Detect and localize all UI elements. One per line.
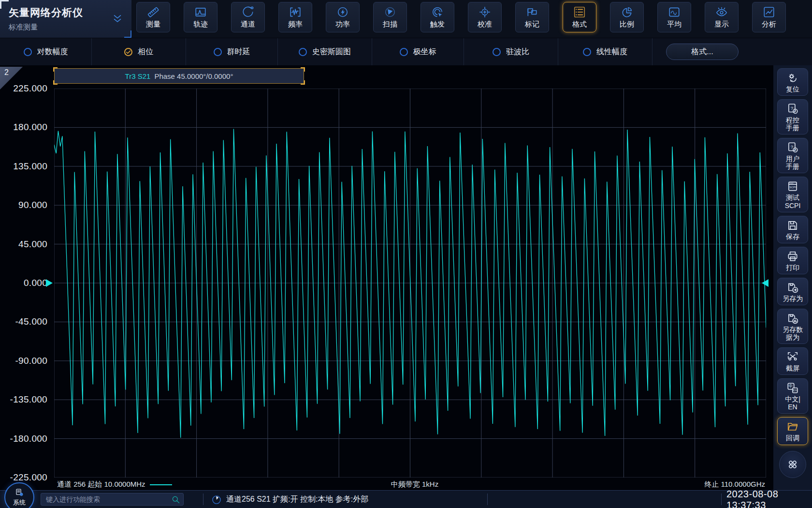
search-icon[interactable]	[171, 495, 180, 504]
toolbar-button-label: 轨迹	[193, 20, 208, 29]
prog-manual-icon: ?P	[786, 103, 799, 115]
clock: 2023-08-08 13:37:33	[726, 491, 812, 508]
toolbar-button-channel[interactable]: 通道	[231, 2, 265, 32]
toolbar-button-display[interactable]: 显示	[705, 2, 739, 32]
format-option-polar[interactable]: 极坐标	[372, 38, 464, 65]
toolbar-button-average[interactable]: 平均	[657, 2, 691, 32]
taskbar-divider	[721, 493, 722, 505]
sidebar-button-recall[interactable]: 回调	[777, 417, 808, 445]
sidebar-button-print[interactable]: 打印	[777, 247, 808, 274]
sidebar-button-label: 截屏	[786, 364, 799, 372]
format-option-swr[interactable]: 驻波比	[464, 38, 558, 65]
channel-icon	[242, 6, 254, 18]
corner-tick	[53, 67, 58, 72]
format-more-button[interactable]: 格式...	[666, 44, 739, 60]
radio-button-icon	[493, 48, 501, 56]
format-list-icon	[573, 6, 586, 18]
taskbar: 系统 通道256 S21 扩频:开 控制:本地 参考:外部 2023-08-08…	[0, 490, 812, 508]
system-button-label: 系统	[13, 498, 26, 507]
sidebar-button-test-scpi[interactable]: SCPI测试 SCPI	[777, 177, 808, 212]
format-option-smith-chart[interactable]: 史密斯圆图	[278, 38, 372, 65]
y-axis-tick: 135.000	[13, 161, 47, 172]
y-axis-tick: 45.000	[18, 239, 47, 250]
format-option-label: 线性幅度	[596, 47, 627, 57]
sidebar-button-label: 打印	[786, 264, 799, 271]
toolbar-button-sweep[interactable]: 扫描	[373, 2, 407, 32]
sidebar-button-save-as[interactable]: 另存为	[777, 278, 808, 305]
svg-text:?: ?	[791, 144, 794, 149]
trace-icon	[194, 6, 207, 18]
format-option-label: 驻波比	[506, 47, 529, 57]
y-axis-tick: 90.000	[18, 200, 47, 210]
chevron-double-down-icon[interactable]	[111, 13, 124, 25]
format-option-row: 对数幅度相位群时延史密斯圆图极坐标驻波比线性幅度格式...	[0, 38, 812, 65]
toolbar-button-trigger[interactable]: 触发	[420, 2, 454, 32]
sidebar-button-user-manual[interactable]: ?H用户 手册	[777, 138, 808, 173]
sidebar-buttons: 复位?P程控 手册?H用户 手册SCPI测试 SCPI保存打印另存为另存数 据为…	[777, 68, 808, 445]
toolbar-button-trace[interactable]: 轨迹	[184, 2, 218, 32]
radio-button-icon	[124, 48, 132, 56]
toolbar-button-frequency[interactable]: 频率	[278, 2, 312, 32]
trace-header[interactable]: Tr3 S21 Phase 45.0000°/0.0000°	[54, 68, 304, 84]
y-axis-tick: 180.000	[13, 122, 47, 133]
app-title: 矢量网络分析仪	[9, 6, 124, 19]
toolbar-button-measure[interactable]: 测量	[136, 2, 170, 32]
toolbar-button-label: 通道	[241, 20, 255, 29]
right-sidebar: 复位?P程控 手册?H用户 手册SCPI测试 SCPI保存打印另存为另存数 据为…	[773, 65, 812, 490]
channel-status: 通道256 S21 扩频:开 控制:本地 参考:外部	[211, 491, 368, 508]
sidebar-button-label: 复位	[786, 85, 799, 93]
sidebar-button-save-data-as[interactable]: 另存数 据为	[777, 309, 808, 344]
trace-format-value: Phase 45.0000°/0.0000°	[154, 72, 233, 80]
trace-name: Tr3 S21	[125, 72, 151, 80]
toolbar-button-power[interactable]: 功率	[326, 2, 360, 32]
format-option-group-delay[interactable]: 群时延	[186, 38, 278, 65]
y-axis-tick: 225.000	[13, 83, 47, 94]
sidebar-button-label: 保存	[786, 233, 799, 240]
toolbar-button-label: 测量	[146, 20, 160, 29]
sidebar-button-label: 回调	[786, 434, 799, 442]
reset-icon	[786, 72, 799, 84]
sidebar-button-label: 另存为	[783, 295, 803, 302]
toolbar-button-calibration[interactable]: 校准	[468, 2, 502, 32]
toolbar-button-marker[interactable]: 标记	[515, 2, 549, 32]
ref-level-marker-right[interactable]	[762, 279, 768, 287]
format-option-label: 史密斯圆图	[312, 47, 351, 57]
toolbar-button-format[interactable]: 格式	[563, 2, 596, 32]
marker-flags-icon	[526, 6, 538, 18]
format-more-cell: 格式...	[652, 38, 812, 65]
sidebar-button-prog-manual[interactable]: ?P程控 手册	[777, 99, 808, 134]
y-axis-tick: 0.000	[24, 278, 47, 288]
user-manual-icon: ?H	[786, 141, 799, 154]
taskbar-divider	[203, 493, 203, 505]
sidebar-button-language[interactable]: 中En中文| EN	[777, 378, 808, 414]
toolbar-button-label: 扫描	[383, 20, 397, 29]
toolbar-button-scale[interactable]: 比例	[610, 2, 644, 32]
toolbar-button-analysis[interactable]: 分析	[752, 2, 786, 32]
function-search	[41, 493, 184, 506]
ref-level-marker-left[interactable]	[46, 279, 53, 287]
corner-tick	[53, 80, 58, 85]
toolbar-button-label: 分析	[762, 20, 776, 29]
format-option-log-magnitude[interactable]: 对数幅度	[0, 38, 92, 65]
trace-color-legend	[150, 484, 172, 485]
frequency-icon	[289, 6, 302, 18]
toolbar-button-label: 校准	[478, 20, 492, 29]
app-title-block[interactable]: 矢量网络分析仪 标准测量	[0, 0, 131, 38]
sidebar-button-label: 中文| EN	[785, 395, 800, 411]
sidebar-button-save[interactable]: 保存	[777, 216, 808, 243]
search-input[interactable]	[41, 493, 183, 505]
save-data-icon	[786, 312, 799, 325]
save-floppy-icon	[786, 219, 799, 232]
plot-grid	[54, 89, 766, 478]
format-option-linear-magnitude[interactable]: 线性幅度	[558, 38, 652, 65]
y-axis-labels: 225.000180.000135.00090.00045.0000.000-4…	[0, 89, 49, 478]
nav-flower-button[interactable]	[779, 451, 806, 478]
sidebar-button-reset[interactable]: 复位	[777, 68, 808, 96]
sidebar-button-screenshot[interactable]: 截屏	[777, 347, 808, 375]
toolbar-button-label: 格式	[572, 20, 587, 29]
top-toolbar: 矢量网络分析仪 标准测量 测量轨迹通道频率功率扫描触发校准标记格式比例平均显示分…	[0, 0, 812, 38]
svg-text:H: H	[794, 149, 796, 152]
system-button[interactable]: 系统	[4, 482, 34, 508]
format-option-phase[interactable]: 相位	[92, 38, 186, 65]
toolbar-button-label: 平均	[667, 20, 682, 29]
